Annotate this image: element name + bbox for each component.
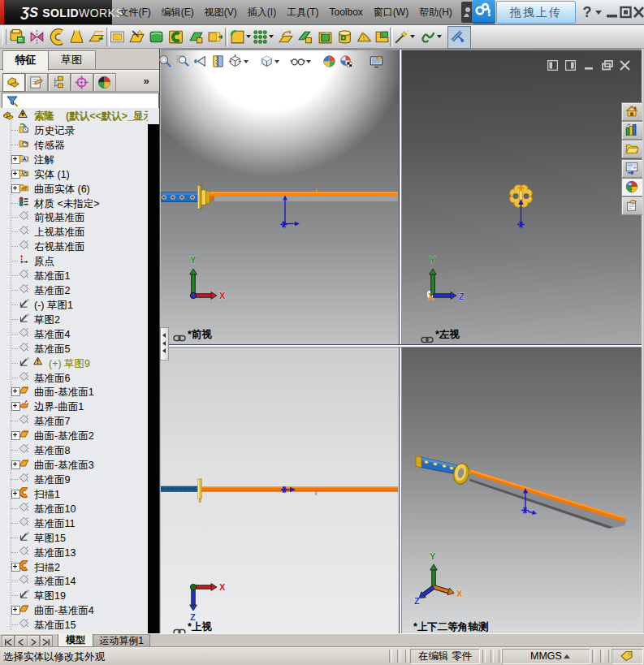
manager-tab-display[interactable] [93,73,116,92]
headsup-section-button[interactable] [210,54,226,69]
viewport-left[interactable] [402,50,642,344]
toolbar-button-tb-offset[interactable] [278,28,295,45]
tree-item[interactable]: 曲面-基准面4 [0,602,148,617]
units-dropdown-arrow[interactable] [564,654,570,659]
toolbar-button-tb-untrim[interactable] [188,28,205,45]
tree-item[interactable]: 基准面14 [0,573,148,588]
tree-item[interactable]: 草图15 [0,530,148,545]
tree-item[interactable]: 实体 (1) [0,166,148,181]
motion-nav-next[interactable] [27,635,40,647]
tree-filter-input[interactable] [2,93,159,109]
headsup-scene-button[interactable] [339,54,354,69]
motion-nav-last[interactable] [40,635,53,647]
toolbar-dropdown-arrow[interactable] [246,35,251,38]
toolbar-button-tb-fillet[interactable] [229,28,246,45]
motion-nav-prev[interactable] [15,635,28,647]
tree-item[interactable]: (-) 草图1 [0,297,148,312]
doc-pane-right-button[interactable] [565,59,576,74]
netdisk-cloud-icon[interactable] [472,0,495,24]
tree-item[interactable]: 注解 [0,152,148,166]
tree-item[interactable]: 曲面-基准面1 [0,384,148,399]
tree-root-part[interactable]: 索隆(默认<<默认>_显示状态 [0,108,148,123]
toolbar-button-tb-replace[interactable] [317,28,334,45]
headsup-dispstyle-button[interactable] [259,54,274,69]
toolbar-button-tb-extend[interactable] [207,28,224,45]
viewport-isometric[interactable] [402,348,642,633]
tree-item[interactable]: 传感器 [0,137,148,152]
units-selector[interactable]: MMGS [502,649,590,664]
headsup-zoomarea-button[interactable] [175,54,191,69]
viewport-top[interactable] [161,348,400,633]
tree-item[interactable]: 曲面实体 (6) [0,181,148,196]
taskpane-folder-tab[interactable] [621,140,642,158]
toolbar-button-tb-flatten[interactable] [88,28,105,45]
help-dropdown-arrow[interactable] [595,11,602,15]
headsup-prev-button[interactable] [192,54,208,69]
headsup-glasses-button[interactable] [290,54,305,69]
toolbar-dropdown-arrow[interactable] [410,35,415,38]
tab-features[interactable]: 特征 [2,50,49,71]
tree-item[interactable]: 基准面7 [0,413,148,428]
menu-8[interactable]: 帮助(H) [414,0,458,24]
tree-item[interactable]: 上视基准面 [0,224,148,239]
menu-3[interactable]: 视图(V) [199,0,242,24]
toolbar-button-tb-cylinder[interactable] [336,28,353,45]
restore-button[interactable] [620,3,632,21]
tree-item[interactable]: 基准面13 [0,545,148,559]
tree-item[interactable]: 扫描2 [0,559,148,574]
taskpane-props-tab[interactable] [621,196,642,215]
toolbar-button-tb-revolve[interactable] [28,28,45,45]
toolbar-button-tb-spline[interactable] [420,28,437,45]
tree-item[interactable]: 基准面9 [0,472,148,486]
toolbar-button-tb-pattern[interactable] [252,28,269,45]
doc-restore-button[interactable] [602,59,614,74]
toolbar-button-tb-pyramid[interactable] [356,28,373,45]
motion-nav-first[interactable] [2,635,15,647]
manager-more-chevron[interactable]: » [136,74,154,89]
menu-6[interactable]: Toolbox [324,0,368,24]
tree-item[interactable]: 扫描1 [0,486,148,501]
tree-item[interactable]: 基准面11 [0,516,148,530]
toolbar-button-tb-trim[interactable] [167,28,184,45]
minimize-button[interactable] [606,3,618,21]
drag-upload-button[interactable]: 拖拽上传 [496,1,576,24]
tree-item[interactable]: 材质 <未指定> [0,196,148,210]
tree-item[interactable]: 基准面1 [0,268,148,283]
close-button[interactable] [633,3,644,21]
toolbar-button-tb-wand[interactable] [393,28,410,45]
tag-button[interactable] [612,649,643,664]
headsup-monitor-button[interactable] [369,54,384,69]
tree-item[interactable]: 草图19 [0,588,148,602]
taskpane-appearance-tab[interactable] [621,178,642,196]
tree-item[interactable]: 基准面15 [0,617,148,632]
headsup-dropdown-arrow[interactable] [306,60,311,63]
tree-item[interactable]: 基准面8 [0,443,148,457]
toolbar-button-tb-sweep[interactable] [49,28,66,45]
manager-tab-dimx[interactable] [71,73,93,92]
toolbar-button-tb-fill[interactable] [128,28,145,45]
tree-item[interactable]: 基准面6 [0,370,148,385]
manager-tab-feature[interactable] [2,73,25,92]
toolbar-button-tb-insert[interactable] [9,28,26,45]
toolbar-button-tb-knit[interactable] [148,28,165,45]
menu-2[interactable]: 编辑(E) [156,0,199,24]
menu-5[interactable]: 工具(T) [282,0,324,24]
taskpane-library-tab[interactable] [621,121,642,140]
help-button[interactable]: ? [580,2,594,22]
tab-model[interactable]: 模型 [58,634,93,647]
tree-item[interactable]: 草图2 [0,312,148,326]
taskpane-palette-tab[interactable] [621,159,642,178]
toolbar-button-tb-planar[interactable] [109,28,126,45]
tree-item[interactable]: 右视基准面 [0,239,148,253]
tab-sketch[interactable]: 草图 [47,50,96,69]
headsup-dropdown-arrow[interactable] [244,60,249,63]
tree-item[interactable]: 基准面2 [0,283,148,297]
manager-tab-props[interactable] [25,73,48,92]
tree-item[interactable]: 原点 [0,253,148,268]
doc-close-button[interactable] [620,59,630,74]
splitter-handle[interactable] [160,327,169,361]
overlay-app-icon[interactable] [461,2,473,23]
tree-item[interactable]: 基准面10 [0,501,148,516]
taskpane-home-tab[interactable] [621,102,642,121]
headsup-ball-button[interactable] [322,54,337,69]
